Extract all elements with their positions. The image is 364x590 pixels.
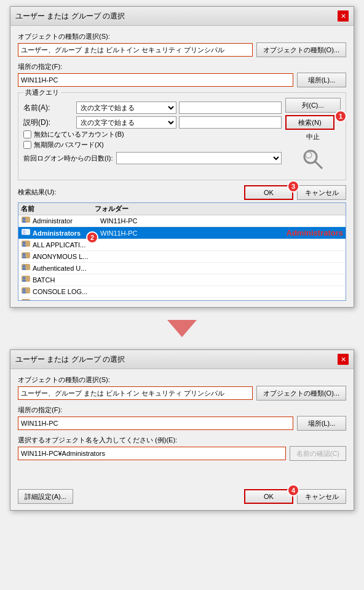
object-type-button[interactable]: オブジェクトの種類(O)...	[256, 42, 346, 57]
search-button[interactable]: 検索(N)	[285, 115, 334, 130]
days-select[interactable]	[116, 152, 282, 164]
svg-point-19	[23, 277, 26, 280]
d2-object-name-input[interactable]	[18, 447, 286, 460]
d2-location-input[interactable]	[18, 417, 293, 430]
dialog2-close-button[interactable]: ✕	[338, 354, 349, 365]
svg-rect-5	[22, 221, 26, 223]
results-label: 検索結果(U):	[18, 188, 56, 197]
annotation-4: 4	[287, 484, 299, 496]
row-icon	[21, 287, 31, 296]
disabled-account-label: 無効になているアカウント(B)	[34, 130, 124, 139]
location-input[interactable]	[18, 73, 293, 87]
d2-object-type-input[interactable]	[18, 386, 253, 400]
days-row: 前回ログオン時からの日数(I):	[23, 152, 282, 164]
disabled-account-checkbox[interactable]	[23, 130, 31, 138]
checkbox1-row: 無効になているアカウント(B)	[23, 130, 282, 139]
search-icon-area	[285, 144, 341, 175]
d2-cancel-button[interactable]: キャンセル	[297, 489, 346, 504]
svg-point-13	[23, 253, 26, 257]
query-grid: 名前(A): 次の文字で始まる 説明(D): 次の文字で始まる	[23, 98, 282, 129]
dialog2-title: ユーザー または グループ の選択	[15, 354, 125, 365]
row-folder: WIN11H-PC	[100, 229, 283, 237]
svg-point-2	[306, 152, 312, 158]
location-button[interactable]: 場所(L)...	[297, 73, 346, 87]
ok-button-1[interactable]: OK	[244, 185, 293, 200]
row-name: CREATOR GROUP	[33, 300, 100, 301]
dialog1: ユーザー または グループ の選択 ✕ オブジェクトの種類の選択(S): オブジ…	[10, 6, 354, 308]
arrow-indicator	[167, 320, 197, 337]
common-query-section: 共通クエリ 名前(A): 次の文字で始まる 説明(D):	[18, 92, 346, 180]
table-row[interactable]: Authenticated U...	[18, 263, 346, 274]
svg-point-4	[23, 218, 26, 221]
common-query-left: 名前(A): 次の文字で始まる 説明(D): 次の文字で始まる	[23, 98, 282, 175]
column-button[interactable]: 列(C)...	[285, 98, 341, 113]
results-list[interactable]: 名前 フォルダー AdministratorWIN11H-PC Administ…	[18, 202, 346, 301]
common-query-title: 共通クエリ	[23, 88, 61, 97]
svg-point-10	[23, 242, 26, 245]
location-label: 場所の指定(F):	[18, 62, 346, 71]
dialog1-close-button[interactable]: ✕	[338, 10, 349, 22]
object-type-input[interactable]	[18, 43, 253, 57]
row-name: BATCH	[33, 276, 100, 284]
dialog1-titlebar: ユーザー または グループ の選択 ✕	[10, 7, 354, 26]
cancel-button-1[interactable]: キャンセル	[297, 185, 346, 200]
name-condition-select[interactable]: 次の文字で始まる	[76, 102, 176, 114]
table-row[interactable]: ANONYMOUS L...	[18, 251, 346, 263]
table-row[interactable]: AdministratorsWIN11H-PC2Administrators	[18, 227, 346, 239]
row-name: Authenticated U...	[33, 265, 100, 272]
arrow-down-icon	[167, 320, 197, 337]
row-name: Administrator	[33, 217, 100, 225]
svg-rect-20	[22, 280, 26, 282]
annotation-2: 2	[86, 231, 98, 244]
stop-label: 中止	[285, 132, 341, 142]
d2-bottom-row: 詳細設定(A)... OK 4 キャンセル	[18, 489, 346, 504]
tooltip-administrators: Administrators	[287, 228, 343, 237]
description-label: 説明(D):	[23, 118, 73, 128]
d2-location-button[interactable]: 場所(L)...	[297, 416, 346, 431]
table-row[interactable]: CREATOR GROUP	[18, 298, 346, 301]
row-folder: WIN11H-PC	[100, 217, 343, 225]
d2-object-type-row: オブジェクトの種類(O)...	[18, 386, 346, 401]
d2-advanced-button[interactable]: 詳細設定(A)...	[18, 489, 73, 504]
spacer	[18, 466, 346, 484]
d2-name-confirm-button[interactable]: 名前の確認(C)	[290, 446, 346, 461]
d2-object-type-group: オブジェクトの種類の選択(S): オブジェクトの種類(O)...	[18, 375, 346, 401]
ok-btn-wrap: OK 3	[244, 185, 293, 200]
search-btn-wrap: 検索(N) 1	[285, 115, 341, 130]
row-name: CONSOLE LOG...	[33, 288, 100, 295]
svg-rect-23	[22, 292, 26, 293]
table-row[interactable]: ALL APPLICATI...	[18, 239, 346, 251]
d2-select-object-label: 選択するオブジェクト名を入力してください (例)(E):	[18, 436, 346, 445]
d2-location-label: 場所の指定(F):	[18, 405, 346, 415]
nolimit-password-checkbox[interactable]	[23, 141, 31, 149]
row-icon	[21, 299, 31, 301]
checkbox2-row: 無期限のパスワード(X)	[23, 140, 282, 149]
results-row: 検索結果(U): OK 3 キャンセル	[18, 185, 346, 200]
d2-select-object-group: 選択するオブジェクト名を入力してください (例)(E): 名前の確認(C)	[18, 436, 346, 461]
row-icon	[21, 217, 31, 225]
svg-rect-11	[22, 245, 26, 247]
location-group: 場所の指定(F): 場所(L)...	[18, 62, 346, 87]
row-icon	[21, 229, 31, 237]
table-row[interactable]: AdministratorWIN11H-PC	[18, 215, 346, 227]
svg-point-7	[23, 229, 26, 233]
name-value-input[interactable]	[179, 102, 282, 114]
description-condition-select[interactable]: 次の文字で始まる	[76, 116, 176, 129]
d2-ok-wrap: OK 4	[244, 489, 293, 504]
description-value-input[interactable]	[179, 116, 282, 129]
table-row[interactable]: CONSOLE LOG...	[18, 286, 346, 298]
dialog1-title: ユーザー または グループ の選択	[15, 11, 125, 22]
location-row: 場所(L)...	[18, 73, 346, 87]
search-icon	[301, 147, 325, 172]
d2-object-type-button[interactable]: オブジェクトの種類(O)...	[256, 386, 346, 401]
object-type-row: オブジェクトの種類(O)...	[18, 42, 346, 57]
nolimit-password-label: 無期限のパスワード(X)	[34, 140, 104, 149]
name-row: 次の文字で始まる	[76, 102, 282, 114]
table-row[interactable]: BATCH	[18, 274, 346, 286]
row-icon	[21, 252, 31, 261]
row-icon	[21, 276, 31, 284]
d2-object-type-label: オブジェクトの種類の選択(S):	[18, 375, 346, 385]
results-body: AdministratorWIN11H-PC AdministratorsWIN…	[18, 215, 346, 301]
d2-ok-button[interactable]: OK	[244, 489, 293, 504]
row-icon	[21, 264, 31, 273]
